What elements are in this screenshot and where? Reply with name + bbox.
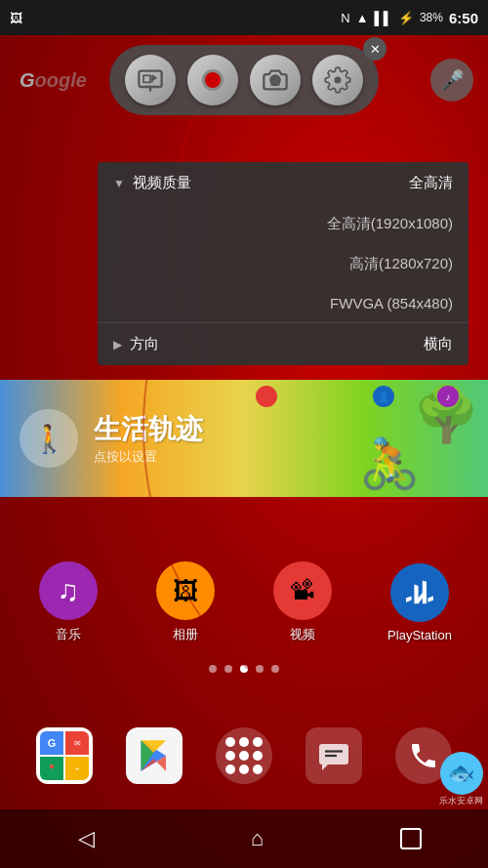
video-icon-img: 📽: [273, 561, 332, 620]
apps-dock-icon[interactable]: [210, 722, 278, 790]
google-sub-gmail: ✉: [65, 731, 89, 755]
music-label: 音乐: [56, 626, 81, 643]
life-banner[interactable]: 👤 ♪ 🚶 生活轨迹 点按以设置 🚴 🌳: [0, 380, 488, 497]
watermark-text: 乐水安卓网: [439, 795, 483, 807]
dot-7: [225, 765, 235, 774]
video-quality-header[interactable]: ▼ 视频质量 全高清: [98, 162, 468, 204]
life-banner-text: 生活轨迹 点按以设置: [94, 411, 203, 466]
banner-notif-red: [256, 386, 277, 407]
status-left: 🖼: [10, 11, 22, 25]
playstation-icon-img: [390, 563, 449, 622]
quality-option-480[interactable]: FWVGA (854x480): [98, 284, 468, 322]
dropdown-menu: ▼ 视频质量 全高清 全高清(1920x1080) 高清(1280x720) F…: [98, 162, 468, 365]
svg-rect-10: [319, 744, 348, 765]
wifi-icon: ▲: [356, 11, 369, 25]
recent-button[interactable]: [400, 828, 422, 849]
video-app-icon[interactable]: 📽 视频: [259, 561, 346, 643]
status-time: 6:50: [449, 10, 478, 26]
settings-button[interactable]: [312, 55, 363, 105]
page-dots: [0, 665, 488, 673]
signal-icon: ▌▌: [375, 11, 392, 25]
mic-button[interactable]: 🎤: [430, 59, 473, 102]
dot-6: [253, 751, 263, 761]
page-dot-2[interactable]: [224, 665, 232, 673]
photo-icon: 🖼: [10, 11, 22, 25]
video-label: 视频: [290, 626, 315, 643]
video-quality-label-group: ▼ 视频质量: [113, 174, 191, 192]
dot-1: [225, 737, 235, 747]
close-button[interactable]: ✕: [363, 37, 386, 61]
page-dot-3[interactable]: [240, 665, 248, 673]
record-button[interactable]: [187, 55, 238, 105]
wallpaper: Google ✕: [0, 35, 488, 868]
music-app-icon[interactable]: ♫ 音乐: [24, 561, 112, 643]
watermark: 🐟 乐水安卓网: [439, 752, 483, 807]
status-right: N ▲ ▌▌ ⚡ 38% 6:50: [341, 10, 478, 26]
status-bar: 🖼 N ▲ ▌▌ ⚡ 38% 6:50: [0, 0, 488, 35]
music-icon-img: ♫: [39, 561, 98, 620]
dot-8: [239, 765, 249, 774]
google-sub-g: G: [40, 731, 63, 755]
dot-2: [239, 737, 249, 747]
bottom-dock: G ✉ 📍 +: [0, 712, 488, 800]
life-banner-subtitle: 点按以设置: [94, 448, 203, 466]
svg-point-9: [272, 75, 278, 81]
chevron-down-icon: ▼: [113, 177, 125, 190]
messenger-dock-icon[interactable]: [300, 722, 368, 790]
gallery-app-icon[interactable]: 🖼 相册: [142, 561, 229, 643]
watermark-icon: 🐟: [440, 752, 483, 795]
recorder-toolbar: Google ✕: [0, 45, 488, 115]
life-banner-title: 生活轨迹: [94, 411, 203, 448]
google-sub-maps: 📍: [40, 757, 63, 780]
playstation-label: PlayStation: [387, 628, 452, 642]
apps-row: ♫ 音乐 🖼 相册 📽 视频: [0, 561, 488, 643]
google-logo: Google: [20, 69, 87, 92]
direction-label-group: ▶ 方向: [113, 335, 159, 353]
banner-notif-blue: 👤: [373, 386, 394, 407]
camera-button[interactable]: [250, 55, 301, 105]
banner-notif-purple: ♪: [437, 386, 459, 407]
page-dot-1[interactable]: [209, 665, 217, 673]
nfc-icon: N: [341, 11, 349, 25]
direction-value: 横向: [424, 335, 453, 353]
recorder-buttons-bg: ✕: [109, 45, 379, 115]
page-dot-4[interactable]: [256, 665, 264, 673]
video-quality-label: 视频质量: [133, 174, 191, 192]
nav-bar: ◁ ⌂: [0, 809, 488, 868]
cyclist-icon: 🚴: [359, 435, 420, 492]
quality-option-720[interactable]: 高清(1280x720): [98, 244, 468, 284]
dot-5: [239, 751, 249, 761]
charging-icon: ⚡: [398, 11, 414, 25]
play-store-icon: [126, 727, 183, 784]
dot-9: [253, 765, 263, 774]
direction-label: 方向: [130, 335, 159, 353]
gallery-icon-img: 🖼: [156, 561, 215, 620]
google-icon-combined: G ✉ 📍 +: [36, 727, 93, 784]
dot-3: [253, 737, 263, 747]
life-banner-icon: 🚶: [20, 409, 78, 468]
screen-record-button[interactable]: [125, 55, 176, 105]
video-quality-value: 全高清: [409, 174, 453, 192]
apps-dots-icon: [216, 727, 272, 784]
play-store-dock-icon[interactable]: [120, 722, 188, 790]
battery-display: 38%: [420, 11, 443, 24]
gallery-label: 相册: [173, 626, 198, 643]
playstation-app-icon[interactable]: PlayStation: [376, 563, 464, 642]
three-dots-grid: [225, 737, 263, 774]
message-icon: [305, 727, 362, 784]
chevron-right-icon: ▶: [113, 338, 122, 351]
home-button[interactable]: ⌂: [231, 816, 283, 861]
google-dock-icon[interactable]: G ✉ 📍 +: [30, 722, 99, 790]
direction-section[interactable]: ▶ 方向 横向: [98, 323, 468, 365]
google-sub-other: +: [65, 757, 89, 780]
page-dot-5[interactable]: [271, 665, 279, 673]
dot-4: [225, 751, 235, 761]
back-button[interactable]: ◁: [59, 816, 114, 861]
svg-rect-3: [143, 75, 150, 82]
quality-option-1080[interactable]: 全高清(1920x1080): [98, 204, 468, 244]
